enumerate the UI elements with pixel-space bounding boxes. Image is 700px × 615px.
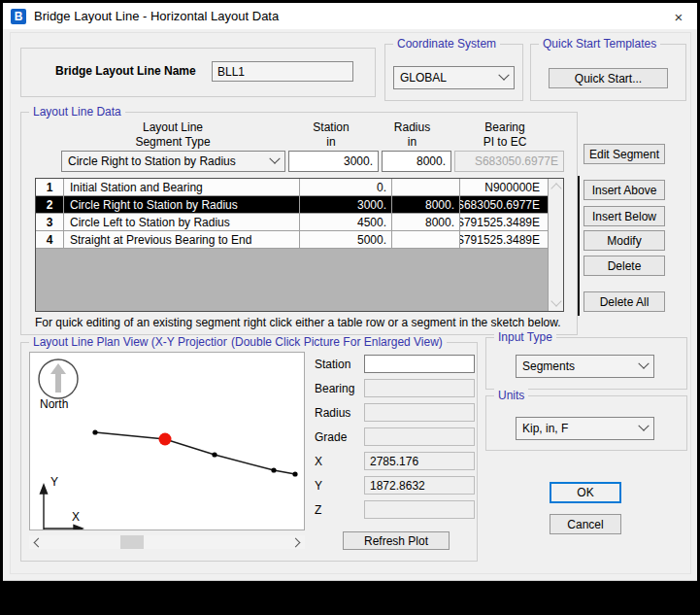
chevron-down-icon — [638, 359, 649, 369]
table-row[interactable]: 1 Initial Station and Bearing 0. N900000… — [36, 179, 548, 196]
column-header-station: Stationin — [285, 120, 377, 150]
input-type-select[interactable]: Segments — [516, 355, 654, 378]
bearing-field-readout — [364, 379, 475, 397]
segment-dot[interactable] — [212, 452, 217, 457]
input-type-value: Segments — [522, 359, 575, 373]
column-header-bearing: BearingPI to EC — [449, 120, 561, 150]
station-field-input[interactable] — [364, 355, 475, 373]
z-field-readout — [364, 500, 475, 519]
quick-start-group: Quick Start Templates Quick Start... — [530, 44, 686, 101]
delete-button[interactable]: Delete — [583, 256, 665, 276]
chevron-right-icon[interactable] — [291, 537, 301, 547]
units-label: Units — [494, 389, 528, 402]
z-field-label: Z — [315, 503, 321, 517]
plan-sketch — [30, 353, 304, 530]
insert-above-button[interactable]: Insert Above — [583, 180, 665, 200]
coordinate-system-value: GLOBAL — [400, 71, 447, 85]
name-label: Bridge Layout Line Name — [55, 64, 196, 78]
name-group: Bridge Layout Line Name BLL1 — [20, 48, 376, 97]
modify-button[interactable]: Modify — [583, 230, 665, 251]
table-row-selected[interactable]: 2 Circle Right to Station by Radius 3000… — [36, 196, 548, 214]
plan-view-group: Layout Line Plan View (X-Y Projection) (… — [20, 342, 478, 562]
north-label: North — [40, 397, 68, 411]
radius-editor-input[interactable]: 8000. — [382, 151, 451, 172]
segment-dot[interactable] — [292, 471, 297, 476]
ok-button[interactable]: OK — [550, 482, 621, 503]
quick-start-button[interactable]: Quick Start... — [549, 68, 668, 88]
chevron-up-icon[interactable] — [550, 183, 561, 193]
segment-dot[interactable] — [92, 429, 97, 434]
coordinate-system-label: Coordinate System — [393, 37, 500, 51]
bearing-field-label: Bearing — [315, 382, 354, 395]
button-group-bracket — [578, 176, 580, 316]
bridge-layout-line-name-input[interactable]: BLL1 — [212, 61, 353, 82]
cancel-button[interactable]: Cancel — [550, 514, 621, 534]
layout-line-path[interactable] — [95, 432, 295, 474]
edit-segment-button[interactable]: Edit Segment — [583, 144, 665, 164]
input-type-group: Input Type Segments — [485, 337, 687, 390]
bearing-editor-readout: S683050.6977E — [454, 151, 564, 172]
chevron-down-icon — [269, 154, 280, 164]
north-arrow-icon — [39, 359, 78, 398]
plan-view-picture[interactable]: North Y X — [29, 352, 305, 530]
quick-start-label: Quick Start Templates — [539, 37, 660, 51]
units-group: Units Kip, in, F — [485, 395, 687, 451]
segment-type-value: Circle Right to Station by Radius — [68, 154, 236, 168]
station-editor-input[interactable]: 3000. — [288, 151, 379, 172]
chevron-down-icon — [498, 70, 509, 81]
table-row[interactable]: 4 Straight at Previous Bearing to End 50… — [36, 231, 548, 249]
coordinate-system-select[interactable]: GLOBAL — [393, 66, 515, 89]
quick-edit-note: For quick editing of an existing segment… — [35, 316, 564, 329]
units-select[interactable]: Kip, in, F — [516, 417, 654, 440]
grade-field-label: Grade — [315, 430, 347, 444]
chevron-left-icon[interactable] — [34, 537, 44, 547]
plan-view-label: Layout Line Plan View (X-Y Projection) — [29, 335, 237, 349]
segment-table[interactable]: 1 Initial Station and Bearing 0. N900000… — [35, 178, 564, 312]
radius-field-label: Radius — [315, 406, 350, 420]
bridge-layout-line-dialog: B Bridge Layout Line - Horizontal Layout… — [3, 3, 697, 581]
column-header-segment-type: Layout LineSegment Type — [56, 120, 289, 150]
selected-segment-dot[interactable] — [159, 433, 172, 446]
plan-horizontal-scrollbar[interactable] — [29, 535, 305, 549]
column-header-radius: Radiusin — [376, 120, 449, 150]
y-field-readout: 1872.8632 — [364, 476, 475, 495]
layout-line-data-label: Layout Line Data — [29, 105, 125, 119]
units-value: Kip, in, F — [522, 422, 568, 435]
radius-field-readout — [364, 403, 475, 422]
delete-all-button[interactable]: Delete All — [583, 291, 665, 312]
x-axis-label: X — [72, 510, 80, 524]
y-axis-label: Y — [50, 475, 58, 489]
table-row[interactable]: 3 Circle Left to Station by Radius 4500.… — [36, 214, 548, 231]
y-field-label: Y — [315, 479, 322, 493]
table-vertical-scrollbar[interactable] — [548, 179, 563, 311]
x-field-label: X — [315, 455, 322, 468]
grade-field-readout — [364, 427, 475, 446]
segment-dot[interactable] — [271, 467, 276, 472]
chevron-down-icon[interactable] — [550, 295, 561, 306]
scrollbar-thumb[interactable] — [120, 535, 144, 549]
segment-type-select[interactable]: Circle Right to Station by Radius — [61, 151, 285, 172]
chevron-down-icon — [638, 421, 649, 431]
window-title: Bridge Layout Line - Horizontal Layout D… — [34, 9, 279, 23]
title-bar[interactable]: B Bridge Layout Line - Horizontal Layout… — [3, 3, 697, 29]
coordinate-system-group: Coordinate System GLOBAL — [384, 44, 523, 101]
plan-view-sublabel: (Double Click Picture For Enlarged View) — [227, 335, 447, 349]
refresh-plot-button[interactable]: Refresh Plot — [343, 531, 450, 550]
x-field-readout: 2785.176 — [364, 452, 475, 470]
close-icon[interactable]: × — [669, 7, 688, 26]
insert-below-button[interactable]: Insert Below — [583, 206, 665, 226]
input-type-label: Input Type — [494, 330, 556, 344]
station-field-label: Station — [315, 358, 350, 371]
app-icon: B — [11, 9, 26, 24]
